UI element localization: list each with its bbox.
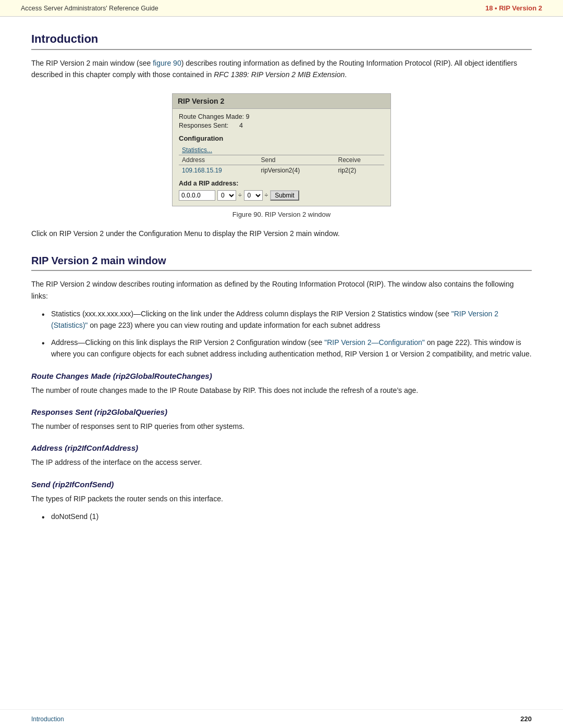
main-window-bullets: Statistics (xxx.xx.xxx.xxx)—Clicking on … [42,308,532,360]
send-title: Send (rip2IfConfSend) [31,480,532,489]
row-receive: rip2(2) [335,165,384,176]
bullet-statistics: Statistics (xxx.xx.xxx.xxx)—Clicking on … [42,308,532,331]
responses-sent-paragraph: The number of responses sent to RIP quer… [31,421,532,432]
col-header-address: Address [179,155,258,165]
add-rip-row: 0 ÷ 0 ÷ Submit [179,190,384,201]
main-window-title: RIP Version 2 main window [31,255,532,271]
table-row: 109.168.15.19 ripVersion2(4) rip2(2) [179,165,384,176]
intro-paragraph1: The RIP Version 2 main window (see figur… [31,57,532,81]
header-banner: Access Server Administrators' Reference … [0,0,563,17]
statistics-link[interactable]: Statistics... [182,146,212,154]
send-select[interactable]: 0 [217,190,236,201]
rip-window-box: RIP Version 2 Route Changes Made: 9 Resp… [172,93,391,206]
route-changes-label: Route Changes Made: [179,113,244,120]
responses-sent-title: Responses Sent (rip2GlobalQueries) [31,408,532,416]
footer-right: 220 [520,715,532,723]
figure-container: RIP Version 2 Route Changes Made: 9 Resp… [31,93,532,218]
config-section-title: Configuration [179,134,384,142]
add-rip-address-input[interactable] [179,190,215,201]
route-changes-row: Route Changes Made: 9 [179,113,384,120]
main-content: Introduction The RIP Version 2 main wind… [0,17,563,561]
send-bullets: doNotSend (1) [42,511,532,522]
config-page-link[interactable]: "RIP Version 2—Configuration" [324,338,425,347]
header-left-text: Access Server Administrators' Reference … [21,5,158,12]
col-header-receive: Receive [335,155,384,165]
rfc-citation: RFC 1389: RIP Version 2 MIB Extension [214,70,345,79]
bullet-address: Address—Clicking on this link displays t… [42,337,532,360]
figure90-link[interactable]: figure 90 [153,59,181,67]
row-address: 109.168.15.19 [179,165,258,176]
intro-title: Introduction [31,32,532,50]
responses-sent-label: Responses Sent: [179,122,228,129]
rip-window-body: Route Changes Made: 9 Responses Sent: 4 … [173,109,390,206]
responses-sent-row: Responses Sent: 4 [179,122,384,129]
address-title: Address (rip2IfConfAddress) [31,443,532,452]
submit-button[interactable]: Submit [270,190,299,201]
footer: Introduction 220 [0,709,563,728]
rip-window-titlebar: RIP Version 2 [173,94,390,109]
add-rip-label: Add a RIP address: [179,180,384,187]
intro-paragraph2: Click on RIP Version 2 under the Configu… [31,228,532,239]
header-right-text: 18 • RIP Version 2 [485,4,542,12]
figure-caption: Figure 90. RIP Version 2 window [232,211,331,218]
route-changes-value: 9 [246,113,250,120]
footer-left: Introduction [31,715,64,723]
send-paragraph: The types of RIP packets the router send… [31,493,532,504]
receive-select[interactable]: 0 [244,190,263,201]
col-header-send: Send [258,155,335,165]
rip-table: Statistics... Address Send Receive 109 [179,145,384,176]
responses-sent-value: 4 [239,122,243,129]
route-changes-title: Route Changes Made (rip2GlobalRouteChang… [31,372,532,380]
address-link[interactable]: 109.168.15.19 [182,167,222,174]
row-send: ripVersion2(4) [258,165,335,176]
address-paragraph: The IP address of the interface on the a… [31,456,532,468]
route-changes-paragraph: The number of route changes made to the … [31,385,532,396]
send-bullet-donotsend: doNotSend (1) [42,511,532,522]
main-window-paragraph1: The RIP Version 2 window describes routi… [31,278,532,302]
